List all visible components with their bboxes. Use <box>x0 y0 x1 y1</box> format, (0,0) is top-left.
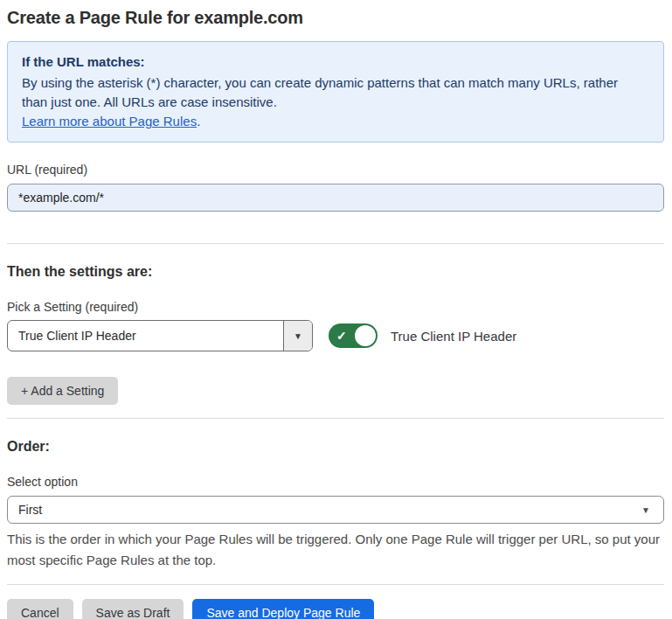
create-page-rule-panel: Create a Page Rule for example.com If th… <box>0 0 672 619</box>
order-select-value: First <box>18 503 42 517</box>
settings-heading: Then the settings are: <box>7 264 664 280</box>
link-suffix: . <box>197 114 200 129</box>
order-select-label: Select option <box>7 475 664 489</box>
setting-toggle[interactable]: ✓ <box>329 323 378 348</box>
order-select[interactable]: First ▼ <box>7 496 664 524</box>
setting-select[interactable]: True Client IP Header ▼ <box>7 320 313 351</box>
url-label: URL (required) <box>7 163 664 177</box>
divider <box>7 584 664 585</box>
page-title: Create a Page Rule for example.com <box>7 8 664 28</box>
url-input[interactable] <box>7 184 664 212</box>
save-and-deploy-button[interactable]: Save and Deploy Page Rule <box>192 599 374 619</box>
divider <box>7 418 664 419</box>
setting-select-value: True Client IP Header <box>8 321 283 351</box>
cancel-button[interactable]: Cancel <box>7 599 73 619</box>
order-help-text: This is the order in which your Page Rul… <box>7 529 664 571</box>
setting-row: True Client IP Header ▼ ✓ True Client IP… <box>7 320 664 351</box>
order-heading: Order: <box>7 439 664 455</box>
add-setting-button[interactable]: + Add a Setting <box>7 377 118 405</box>
divider <box>7 243 664 244</box>
url-match-info-banner: If the URL matches: By using the asteris… <box>7 41 664 143</box>
info-banner-heading: If the URL matches: <box>22 52 649 72</box>
chevron-down-icon: ▼ <box>283 321 312 351</box>
footer-actions: Cancel Save as Draft Save and Deploy Pag… <box>7 599 664 619</box>
info-banner-link-row: Learn more about Page Rules. <box>22 112 649 131</box>
chevron-down-icon: ▼ <box>641 505 650 515</box>
check-icon: ✓ <box>336 330 347 342</box>
save-as-draft-button[interactable]: Save as Draft <box>82 599 184 619</box>
pick-setting-label: Pick a Setting (required) <box>7 300 664 314</box>
info-banner-body: By using the asterisk (*) character, you… <box>22 73 634 112</box>
toggle-knob <box>355 325 376 346</box>
learn-more-link[interactable]: Learn more about Page Rules <box>22 114 197 129</box>
setting-toggle-label: True Client IP Header <box>391 329 516 344</box>
